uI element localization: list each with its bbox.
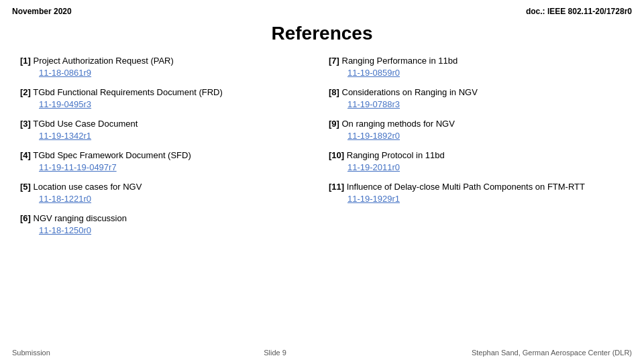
list-item: [4] TGbd Spec Framework Document (SFD) 1…: [20, 149, 315, 173]
ref-link[interactable]: 11-18-1221r0: [20, 193, 315, 205]
header-right: doc.: IEEE 802.11-20/1728r0: [526, 7, 632, 16]
ref-label: [10] Ranging Protocol in 11bd: [329, 150, 445, 160]
ref-link[interactable]: 11-18-0861r9: [20, 67, 315, 79]
footer-left: Submission: [12, 349, 93, 357]
references-left-column: [1] Project Authorization Request (PAR) …: [20, 55, 315, 245]
ref-label: [2] TGbd Functional Requirements Documen…: [20, 87, 223, 97]
list-item: [8] Considerations on Ranging in NGV 11-…: [329, 86, 624, 110]
list-item: [9] On ranging methods for NGV 11-19-189…: [329, 118, 624, 141]
ref-label: [5] Location use cases for NGV: [20, 182, 142, 192]
ref-label: [4] TGbd Spec Framework Document (SFD): [20, 150, 191, 160]
ref-link[interactable]: 11-18-1250r0: [20, 225, 315, 237]
list-item: [6] NGV ranging discussion 11-18-1250r0: [20, 213, 315, 236]
slide: November 2020 doc.: IEEE 802.11-20/1728r…: [0, 0, 644, 362]
footer-right: Stephan Sand, German Aerospace Center (D…: [458, 349, 632, 357]
references-content: [1] Project Authorization Request (PAR) …: [0, 55, 644, 245]
list-item: [2] TGbd Functional Requirements Documen…: [20, 86, 315, 110]
ref-link[interactable]: 11-19-0788r3: [329, 99, 624, 111]
list-item: [3] TGbd Use Case Document 11-19-1342r1: [20, 118, 315, 141]
list-item: [7] Ranging Performance in 11bd 11-19-08…: [329, 55, 624, 78]
page-title: References: [0, 23, 644, 44]
header-left: November 2020: [12, 7, 72, 16]
title-section: References: [0, 23, 644, 44]
list-item: [11] Influence of Delay-close Multi Path…: [329, 181, 624, 204]
ref-link[interactable]: 11-19-1342r1: [20, 130, 315, 142]
ref-label: [3] TGbd Use Case Document: [20, 119, 138, 129]
ref-label: [9] On ranging methods for NGV: [329, 119, 455, 129]
ref-label: [1] Project Authorization Request (PAR): [20, 56, 174, 66]
slide-footer: Submission Slide 9 Stephan Sand, German …: [0, 349, 644, 357]
list-item: [5] Location use cases for NGV 11-18-122…: [20, 181, 315, 204]
ref-label: [6] NGV ranging discussion: [20, 213, 127, 223]
ref-link[interactable]: 11-19-1892r0: [329, 130, 624, 142]
ref-link[interactable]: 11-19-0859r0: [329, 67, 624, 79]
slide-header: November 2020 doc.: IEEE 802.11-20/1728r…: [0, 0, 644, 16]
ref-label: [7] Ranging Performance in 11bd: [329, 56, 458, 66]
list-item: [10] Ranging Protocol in 11bd 11-19-2011…: [329, 149, 624, 173]
ref-label: [8] Considerations on Ranging in NGV: [329, 87, 478, 97]
references-right-column: [7] Ranging Performance in 11bd 11-19-08…: [329, 55, 624, 245]
footer-center: Slide 9: [93, 349, 458, 357]
ref-label: [11] Influence of Delay-close Multi Path…: [329, 182, 585, 192]
ref-link[interactable]: 11-19-1929r1: [329, 193, 624, 205]
list-item: [1] Project Authorization Request (PAR) …: [20, 55, 315, 78]
ref-link[interactable]: 11-19-0495r3: [20, 99, 315, 111]
ref-link[interactable]: 11-19-2011r0: [329, 162, 624, 174]
ref-link[interactable]: 11-19-11-19-0497r7: [20, 162, 315, 174]
